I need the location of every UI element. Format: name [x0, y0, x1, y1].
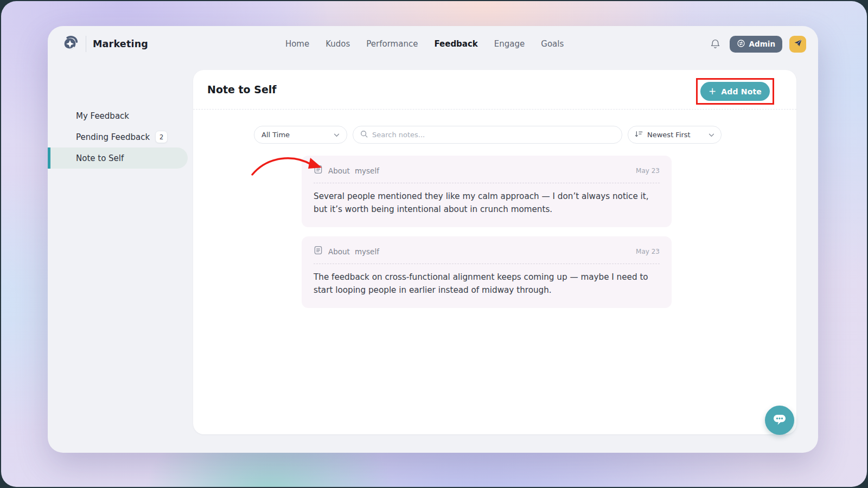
quick-send-button[interactable] — [789, 36, 806, 53]
note-document-icon — [314, 165, 323, 176]
sidebar-item-label: My Feedback — [76, 111, 129, 121]
note-text: The feedback on cross-functional alignme… — [302, 264, 672, 308]
brand: Marketing — [61, 26, 148, 62]
sort-dropdown[interactable]: Newest First — [628, 126, 722, 144]
chat-launcher-button[interactable] — [765, 406, 794, 435]
nav-kudos[interactable]: Kudos — [326, 39, 350, 49]
add-note-button[interactable]: + Add Note — [700, 82, 770, 101]
note-document-icon — [314, 246, 323, 257]
note-header: About myself May 23 — [302, 236, 672, 264]
nav-feedback[interactable]: Feedback — [434, 39, 477, 49]
role-switch-icon — [737, 39, 745, 49]
note-to-self-panel: Note to Self + Add Note All Time — [193, 70, 796, 434]
note-about-label: About — [328, 247, 350, 256]
main-nav: Home Kudos Performance Feedback Engage G… — [285, 26, 564, 62]
search-icon — [360, 130, 368, 139]
topbar: Marketing Home Kudos Performance Feedbac… — [48, 26, 818, 62]
note-date: May 23 — [636, 248, 660, 255]
sidebar-item-label: Note to Self — [76, 153, 124, 163]
topbar-actions: Admin — [709, 26, 806, 62]
brand-divider — [86, 36, 86, 52]
note-date: May 23 — [636, 167, 660, 175]
note-text: Several people mentioned they like my ca… — [302, 183, 672, 227]
notifications-bell-icon[interactable] — [709, 37, 723, 51]
time-range-dropdown[interactable]: All Time — [254, 126, 347, 144]
page-background: Marketing Home Kudos Performance Feedbac… — [1, 1, 867, 487]
admin-role-button[interactable]: Admin — [730, 36, 782, 53]
red-annotation-box: + Add Note — [696, 78, 774, 105]
sort-value: Newest First — [647, 131, 691, 139]
note-header: About myself May 23 — [302, 156, 672, 183]
admin-label: Admin — [749, 40, 775, 48]
plus-icon: + — [709, 87, 716, 96]
filter-row: All Time — [254, 126, 722, 144]
panel-header: Note to Self + Add Note — [193, 70, 796, 110]
search-notes-field — [353, 126, 622, 144]
note-subject: myself — [355, 166, 379, 175]
nav-performance[interactable]: Performance — [366, 39, 418, 49]
paper-plane-icon — [793, 38, 803, 50]
chevron-down-icon — [709, 131, 714, 139]
note-card[interactable]: About myself May 23 The feedback on cros… — [302, 236, 672, 308]
chat-bubble-icon — [772, 412, 787, 428]
note-card[interactable]: About myself May 23 Several people menti… — [302, 156, 672, 227]
pending-count-badge: 2 — [155, 131, 168, 143]
nav-home[interactable]: Home — [285, 39, 309, 49]
team-name: Marketing — [93, 38, 148, 49]
nav-engage[interactable]: Engage — [494, 39, 525, 49]
notes-list: About myself May 23 Several people menti… — [302, 156, 672, 308]
sidebar-item-label: Pending Feedback — [76, 132, 150, 142]
search-notes-input[interactable] — [372, 131, 615, 139]
feedback-sidebar: My Feedback Pending Feedback 2 Note to S… — [48, 105, 188, 169]
sidebar-item-note-to-self[interactable]: Note to Self — [48, 147, 188, 169]
app-logo-icon — [61, 34, 79, 54]
nav-goals[interactable]: Goals — [541, 39, 564, 49]
time-range-value: All Time — [261, 131, 290, 139]
sidebar-item-my-feedback[interactable]: My Feedback — [48, 105, 188, 126]
note-subject: myself — [355, 247, 379, 256]
sidebar-item-pending-feedback[interactable]: Pending Feedback 2 — [48, 126, 188, 147]
page-title: Note to Self — [207, 84, 277, 95]
chevron-down-icon — [334, 131, 340, 139]
note-about-label: About — [328, 166, 350, 175]
app-window: Marketing Home Kudos Performance Feedbac… — [48, 26, 818, 453]
sort-descending-icon — [635, 131, 643, 139]
